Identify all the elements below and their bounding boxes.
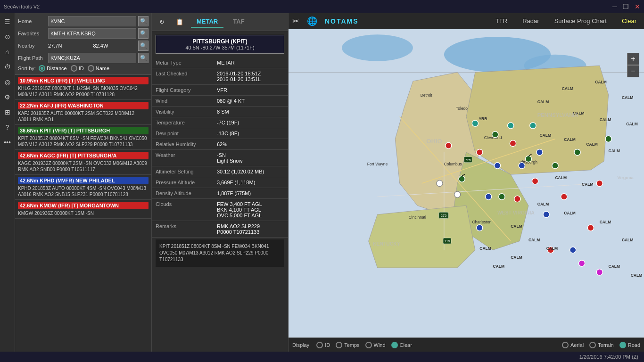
display-temps-radio[interactable] [336,342,342,348]
station-coordinates: 40.5N -80.27W 357M (1171F) [159,45,281,50]
station-list: 10.9Nm KHLG (IFR) [T] WHEELING KHLG 2019… [15,75,151,352]
metar-field-row: Visibility 8 SM [152,107,288,117]
view-terrain-option[interactable]: Terrain [589,342,614,348]
station-list-item[interactable]: 42.6Nm KMGW (IFR) [T] MORGANTOWN KMGW 20… [15,200,151,219]
display-clear-radio[interactable] [391,342,398,348]
zoom-in-button[interactable]: + [627,53,639,65]
svg-point-21 [605,136,611,142]
svg-text:CALM: CALM [555,175,567,180]
metar-header: ↻ 📋 METAR TAF [152,13,288,31]
sort-id-option[interactable]: ID [71,65,84,72]
svg-text:CALM: CALM [562,86,573,91]
surface-prog-chart-button[interactable]: Surface Prog Chart [551,16,611,26]
close-button[interactable]: ✕ [635,3,640,10]
metar-field-row: Altimeter Setting 30.12 (1,020.02 MB) [152,166,288,177]
svg-text:WEST VIRGINIA: WEST VIRGINIA [497,210,535,215]
metar-field-value: -13C (8F) [213,128,288,139]
metar-field-row: Pressure Altitude 3,669F (1,118M) [152,177,288,188]
view-aerial-option[interactable]: Aerial [562,342,584,348]
metar-field-value: 30.12 (1,020.02 MB) [213,166,288,177]
svg-text:Cincinnati: Cincinnati [409,215,426,220]
sort-id-radio[interactable] [71,65,77,72]
view-road-option[interactable]: Road [619,342,640,348]
station-full-name: PITTSBURGH (KPIT) [159,38,281,45]
refresh-icon[interactable]: ↻ [156,16,168,27]
display-id-option[interactable]: ID [316,342,330,348]
sort-distance-option[interactable]: Distance [39,65,67,72]
favorites-search-button[interactable]: 🔍 [138,28,149,39]
view-road-radio[interactable] [619,342,626,348]
minimize-button[interactable]: ─ [612,3,617,10]
map-display[interactable]: Toledo Detroit Cleveland Columbus Pittsb… [289,29,644,337]
metar-tab[interactable]: METAR [191,16,223,28]
display-wind-radio[interactable] [365,342,372,348]
station-list-item[interactable]: 42.6Nm KAGC (IFR) [T] PITTSBURGH/A KAGC … [15,150,151,175]
notams-label: NOTAMS [325,17,359,25]
nearby-search-button[interactable]: 🔍 [138,41,149,51]
flight-path-input[interactable] [48,53,136,63]
nearby-lat: 27.7N [48,43,91,49]
svg-point-36 [477,225,483,231]
flight-path-search-button[interactable]: 🔍 [138,53,149,63]
home-icon[interactable]: ⌂ [1,45,14,58]
svg-text:Fort Wayne: Fort Wayne [367,162,388,166]
station-list-item[interactable]: 10.9Nm KHLG (IFR) [T] WHEELING KHLG 2019… [15,75,151,100]
network-icon[interactable]: ⊞ [1,106,14,119]
metar-field-label: Visibility [152,107,213,117]
station-list-item[interactable]: 36.6Nm KPIT (VFR) [T] PITTSBURGH KPIT 20… [15,125,151,150]
metar-field-row: Remarks RMK AO2 SLP229 P0000 T10721133 [152,221,288,238]
view-terrain-radio[interactable] [589,342,596,348]
sort-distance-radio[interactable] [39,65,45,72]
svg-text:CALM: CALM [537,99,549,104]
svg-text:725: 725 [465,158,471,162]
titlebar: SecAviTools V2 ─ ❒ ✕ [0,0,644,13]
svg-point-35 [543,211,549,217]
svg-text:275: 275 [441,214,447,218]
home-search-button[interactable]: 🔍 [138,16,149,26]
metar-field-label: Remarks [152,221,213,238]
metar-fields-table: Metar Type METAR Last Checked 2016-01-20… [152,58,288,238]
titlebar-controls: ─ ❒ ✕ [612,3,640,10]
svg-point-2 [342,34,413,61]
svg-text:OHIO: OHIO [426,138,442,145]
favorites-input[interactable] [48,28,136,39]
home-input[interactable] [48,16,136,26]
more-icon[interactable]: ••• [1,136,14,149]
display-temps-option[interactable]: Temps [336,342,359,348]
display-id-radio[interactable] [316,342,323,348]
display-clear-option[interactable]: Clear [391,342,412,348]
sort-name-radio[interactable] [88,65,94,72]
display-wind-option[interactable]: Wind [365,342,386,348]
clock-icon[interactable]: ⏱ [1,60,14,74]
svg-point-20 [574,149,580,155]
help-icon[interactable]: ? [1,121,14,134]
zoom-out-button[interactable]: − [627,65,639,77]
station-list-item[interactable]: 22.2Nm KAFJ (IFR) WASHINGTON KAFJ 201935… [15,100,151,125]
svg-text:Detroit: Detroit [421,93,433,98]
radar-button[interactable]: Radar [519,16,543,26]
svg-text:CALM: CALM [528,238,540,242]
briefing-icon[interactable]: 📋 [172,16,187,27]
metar-field-label: Temperature [152,117,213,128]
maximize-button[interactable]: ❒ [623,3,629,10]
globe-icon[interactable]: ⊙ [1,30,14,43]
tfr-button[interactable]: TFR [492,16,511,26]
sort-label: Sort by: [18,66,36,71]
sort-row: Sort by: Distance ID Name [18,65,149,72]
svg-point-26 [561,194,567,200]
sort-name-option[interactable]: Name [88,65,109,72]
map-svg: Toledo Detroit Cleveland Columbus Pittsb… [289,29,644,337]
gear-icon[interactable]: ⚙ [1,90,14,104]
svg-text:Columbus: Columbus [444,162,462,166]
location-icon[interactable]: ◎ [1,75,14,89]
metar-field-label: Metar Type [152,58,213,68]
metar-field-value: RMK AO2 SLP229 P0000 T10721133 [213,221,288,238]
taf-tab[interactable]: TAF [227,16,250,28]
clear-map-button[interactable]: Clear [618,16,640,26]
statusbar: 1/20/2016 7:42:00 PM (Z) [0,352,644,362]
menu-icon[interactable]: ☰ [1,15,14,28]
view-aerial-radio[interactable] [562,342,569,348]
station-list-item[interactable]: 42.6Nm KPHD (MVFR) NEW PHILADEL KPHD 201… [15,175,151,200]
svg-text:119: 119 [444,239,450,243]
svg-point-44 [578,260,585,266]
